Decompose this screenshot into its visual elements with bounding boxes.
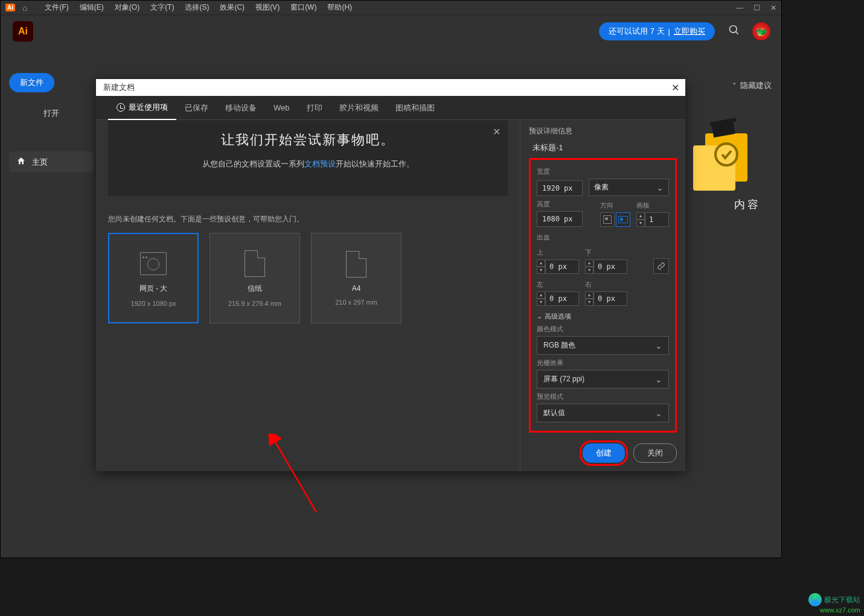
- preset-details-pane: 预设详细信息 未标题-1 宽度 像素 高度 方向: [520, 120, 685, 471]
- menu-edit[interactable]: 编辑(E): [74, 2, 109, 13]
- raster-label: 光栅效果: [537, 358, 669, 367]
- color-mode-select[interactable]: RGB 颜色: [537, 336, 669, 355]
- dialog-tabs: 最近使用项 已保存 移动设备 Web 打印 胶片和视频 图稿和插图: [96, 96, 685, 120]
- preset-a4[interactable]: A4 210 x 297 mm: [311, 233, 402, 323]
- preset-dim: 1920 x 1080 px: [130, 300, 176, 307]
- trial-text: 还可以试用 7 天: [609, 26, 664, 37]
- details-heading: 预设详细信息: [529, 126, 677, 136]
- watermark-logo-icon: [808, 593, 822, 606]
- bleed-right-stepper[interactable]: ▴▾: [585, 291, 627, 306]
- home-nav[interactable]: 主页: [9, 151, 94, 173]
- svg-point-0: [730, 25, 737, 33]
- home-label: 主页: [32, 157, 48, 168]
- hide-suggestions[interactable]: ˄ 隐藏建议: [732, 80, 772, 91]
- ai-logo: Ai: [13, 21, 33, 42]
- chevron-down-icon: [656, 183, 664, 192]
- window-minimize[interactable]: —: [735, 4, 744, 12]
- color-mode-label: 颜色模式: [537, 325, 669, 334]
- watermark-name: 极光下载站: [824, 595, 860, 605]
- content-label: 内容: [734, 197, 761, 212]
- document-name-field[interactable]: 未标题-1: [529, 142, 677, 153]
- tab-art[interactable]: 图稿和插图: [387, 96, 443, 120]
- bleed-left-stepper[interactable]: ▴▾: [537, 291, 579, 306]
- banner-close-icon[interactable]: ✕: [493, 126, 501, 138]
- link-bleed-icon[interactable]: [653, 258, 669, 274]
- create-button[interactable]: 创建: [583, 443, 625, 463]
- banner-subtitle: 从您自己的文档设置或一系列文档预设开始以快速开始工作。: [108, 159, 508, 170]
- dialog-titlebar: 新建文档 ✕: [96, 79, 685, 96]
- bleed-right-label: 右: [585, 280, 627, 289]
- clock-icon: [117, 103, 125, 112]
- preset-letter[interactable]: 信纸 215.9 x 279.4 mm: [210, 233, 300, 323]
- preview-label: 预览模式: [537, 392, 669, 401]
- width-label: 宽度: [537, 167, 669, 176]
- menu-window[interactable]: 窗口(W): [285, 2, 322, 13]
- chevron-up-icon: ˄: [732, 81, 737, 90]
- banner-title: 让我们开始尝试新事物吧。: [108, 131, 508, 149]
- home-icon[interactable]: ⌂: [22, 3, 27, 13]
- orientation-landscape[interactable]: [616, 212, 630, 227]
- artboards-stepper[interactable]: ▴▾: [636, 212, 669, 227]
- tab-web[interactable]: Web: [265, 96, 298, 120]
- toolbar: Ai 还可以试用 7 天 | 立即购买 🐲: [1, 15, 781, 48]
- chevron-down-icon: [655, 375, 662, 384]
- preset-dim: 210 x 297 mm: [335, 299, 377, 306]
- preset-web-large[interactable]: 网页 - 大 1920 x 1080 px: [108, 233, 199, 323]
- bleed-bottom-stepper[interactable]: ▴▾: [585, 259, 627, 274]
- bleed-bottom-input[interactable]: [594, 259, 627, 274]
- tab-mobile[interactable]: 移动设备: [217, 96, 265, 120]
- avatar[interactable]: 🐲: [752, 22, 770, 40]
- window-close[interactable]: ✕: [769, 4, 778, 12]
- width-input[interactable]: [537, 180, 583, 196]
- bleed-left-label: 左: [537, 280, 579, 289]
- orientation-portrait[interactable]: [600, 212, 615, 227]
- menu-help[interactable]: 帮助(H): [322, 2, 357, 13]
- trial-separator: |: [668, 27, 670, 36]
- menu-view[interactable]: 视图(V): [250, 2, 285, 13]
- search-icon[interactable]: [728, 24, 740, 39]
- bleed-top-stepper[interactable]: ▴▾: [537, 259, 579, 274]
- tab-film[interactable]: 胶片和视频: [331, 96, 387, 120]
- preview-select[interactable]: 默认值: [537, 404, 669, 422]
- app-badge: Ai: [5, 4, 15, 11]
- height-label: 高度: [537, 200, 594, 209]
- artboards-label: 画板: [636, 201, 669, 210]
- highlight-box: 宽度 像素 高度 方向: [529, 158, 677, 433]
- buy-now-link[interactable]: 立即购买: [674, 26, 705, 37]
- new-file-button[interactable]: 新文件: [9, 73, 54, 92]
- menubar: Ai ⌂ 文件(F) 编辑(E) 对象(O) 文字(T) 选择(S) 效果(C)…: [1, 1, 781, 15]
- window-maximize[interactable]: ☐: [752, 4, 761, 12]
- menu-type[interactable]: 文字(T): [145, 2, 179, 13]
- menu-file[interactable]: 文件(F): [39, 2, 74, 13]
- watermark: 极光下载站 www.xz7.com: [808, 593, 860, 614]
- portrait-icon: [603, 215, 612, 224]
- bleed-bottom-label: 下: [585, 248, 627, 257]
- orientation-label: 方向: [600, 201, 630, 210]
- preset-name: A4: [352, 284, 361, 293]
- bleed-right-input[interactable]: [594, 291, 627, 306]
- menu-effect[interactable]: 效果(C): [214, 2, 250, 13]
- unit-select[interactable]: 像素: [589, 179, 669, 196]
- presets-link[interactable]: 文档预设: [304, 159, 336, 168]
- tab-print[interactable]: 打印: [298, 96, 331, 120]
- bleed-top-input[interactable]: [545, 259, 579, 274]
- tab-recent[interactable]: 最近使用项: [108, 96, 176, 120]
- menu-select[interactable]: 选择(S): [179, 2, 214, 13]
- advanced-toggle[interactable]: ⌄高级选项: [537, 312, 669, 321]
- artboards-input[interactable]: [645, 212, 669, 227]
- chevron-down-icon: ⌄: [537, 313, 542, 320]
- step-down[interactable]: ▾: [636, 220, 645, 227]
- menu-object[interactable]: 对象(O): [109, 2, 145, 13]
- svg-line-1: [736, 31, 738, 34]
- step-up[interactable]: ▴: [636, 212, 645, 220]
- bleed-left-input[interactable]: [545, 291, 579, 306]
- raster-select[interactable]: 屏幕 (72 ppi): [537, 370, 669, 389]
- open-button[interactable]: 打开: [9, 103, 94, 124]
- tab-saved[interactable]: 已保存: [176, 96, 217, 120]
- landscape-icon: [618, 216, 628, 223]
- height-input[interactable]: [537, 211, 583, 227]
- close-button[interactable]: 关闭: [633, 443, 677, 463]
- trial-badge[interactable]: 还可以试用 7 天 | 立即购买: [599, 22, 715, 40]
- home-icon: [16, 156, 26, 168]
- dialog-close-icon[interactable]: ✕: [671, 82, 679, 94]
